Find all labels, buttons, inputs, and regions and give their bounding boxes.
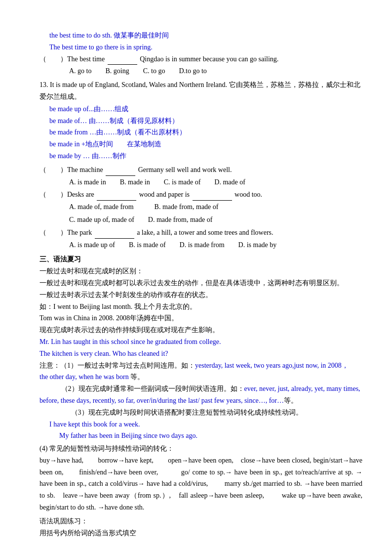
- question-best-time: （ ）The best time Qingdao is in summer be…: [39, 53, 362, 65]
- grammar-ex1: 如：I went to Beijing last month. 我上个月去北京的…: [39, 301, 362, 313]
- made-up-of: be made up of...由……组成: [49, 103, 362, 115]
- made-of: be made of… 由……制成（看得见原材料）: [49, 115, 362, 127]
- q2-options: A. is made in B. made in C. is made of D…: [69, 176, 362, 188]
- line-best-time-def: the best time to do sth. 做某事的最佳时间: [49, 30, 362, 42]
- grammar-ex2: Tom was in China in 2008. 2008年汤姆在中国。: [39, 312, 362, 324]
- conversions-text: buy→have had, borrow→have kept, open→hav…: [39, 455, 362, 513]
- note3-ex2: My father has been in Beijing since two …: [59, 430, 362, 442]
- note3: （3）现在完成时与段时间状语搭配时要注意短暂性动词转化成持续性动词。: [39, 407, 362, 419]
- grammar-p1: 一般过去时和现在完成时都可以表示过去发生的动作，但是在具体语境中，这两种时态有明…: [39, 277, 362, 289]
- note1: 注意：（1）一般过去时常与过去点时间连用。如：yesterday, last w…: [39, 360, 362, 384]
- page-content: the best time to do sth. 做某事的最佳时间 The be…: [39, 30, 362, 539]
- line-best-time-example: The best time to go there is in spring.: [49, 42, 362, 53]
- grammar-title: 一般过去时和现在完成时的区别：: [39, 265, 362, 277]
- section3-title: 三、语法夏习: [39, 254, 362, 265]
- made-by: be made by … 由……制作: [49, 150, 362, 162]
- q13-text: 13. It is made up of England, Scotland, …: [39, 79, 362, 103]
- grammar-p3: 现在完成时表示过去的动作持续到现在或对现在产生影响。: [39, 324, 362, 336]
- grammar-p2: 一般过去时表示过去某个时刻发生的动作或存在的状态。: [39, 289, 362, 301]
- question-machine: （ ）The machine Germany sell well and wor…: [39, 164, 362, 176]
- made-from: be made from …由……制成（看不出原材料）: [49, 127, 362, 138]
- practice-sub: 用括号内所给词的适当形式填空: [39, 527, 362, 539]
- question-desks: （ ）Desks are wood and paper is wood too.: [39, 189, 362, 201]
- q1-options: A. go to B. going C. to go D.to go to: [69, 65, 362, 77]
- q3-options-2: C. made up of, made of D. made from, mad…: [69, 214, 362, 226]
- q3-options-1: A. made of, made from B. made from, made…: [69, 201, 362, 213]
- note3-ex1: I have kept this book for a week.: [49, 419, 362, 430]
- practice-title: 语法巩固练习：: [39, 515, 362, 527]
- grammar-ex3: Mr. Lin has taught in this school since …: [39, 336, 362, 348]
- note2: （2）现在完成时通常和一些副词或一段时间状语连用。如：ever, never, …: [39, 383, 362, 407]
- made-in: be made in +地点时间 在某地制造: [49, 138, 362, 150]
- grammar-ex4: The kitchen is very clean. Who has clean…: [39, 348, 362, 360]
- q4-options: A. is made up of B. is made of D. is mad…: [69, 239, 362, 251]
- question-park: （ ）The park a lake, a hill, a tower and …: [39, 227, 362, 239]
- note4-title: (4) 常见的短暂性动词与持续性动词的转化：: [39, 443, 362, 455]
